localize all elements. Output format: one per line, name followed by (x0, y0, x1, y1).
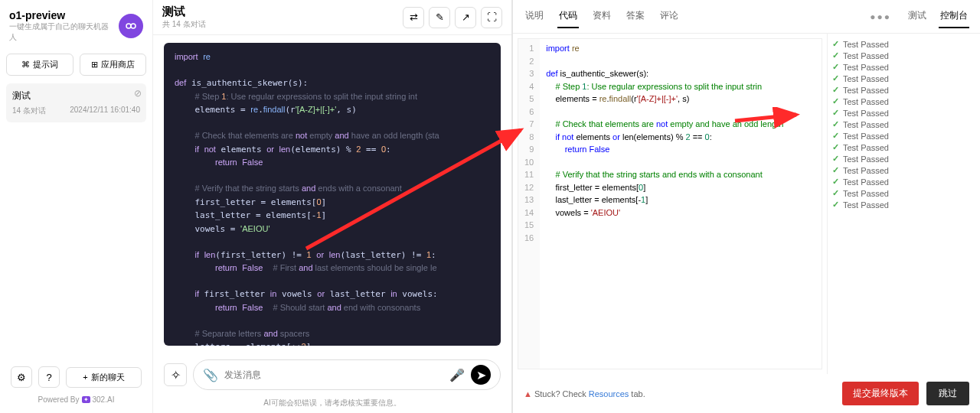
wand-icon: ✧ (171, 368, 181, 382)
submit-button[interactable]: 提交最终版本 (842, 382, 919, 405)
check-icon: ✓ (832, 39, 839, 49)
pencil-icon: ✎ (436, 11, 444, 23)
send-icon: ➤ (476, 368, 486, 382)
skip-button[interactable]: 跳过 (926, 382, 969, 405)
brand-subtitle: 一键生成属于自己的聊天机器人 (9, 21, 113, 43)
settings-button[interactable]: ⚙ (11, 366, 32, 388)
app-store-button[interactable]: ⊞应用商店 (80, 54, 147, 76)
check-icon: ✓ (832, 108, 839, 118)
svg-point-0 (126, 24, 131, 28)
chat-item-time: 2024/12/11 16:01:40 (70, 106, 140, 116)
output-tabs: 测试控制台 (906, 5, 969, 28)
check-icon: ✓ (832, 165, 839, 175)
test-result-row: ✓Test Passed (832, 187, 975, 199)
gear-icon: ⚙ (17, 372, 26, 383)
close-icon[interactable]: ⊘ (134, 88, 142, 99)
check-icon: ✓ (832, 200, 839, 210)
main-tabs: 说明代码资料答案评论 (524, 5, 680, 28)
check-icon: ✓ (832, 177, 839, 187)
tab-说明[interactable]: 说明 (524, 5, 545, 28)
check-icon: ✓ (832, 142, 839, 152)
test-result-row: ✓Test Passed (832, 50, 975, 61)
disclaimer-text: AI可能会犯错误，请考虑核实重要信息。 (153, 396, 511, 413)
prompt-icon: ⌘ (21, 60, 30, 70)
brand-logo-icon (119, 14, 143, 38)
check-icon: ✓ (832, 96, 839, 106)
test-result-row: ✓Test Passed (832, 84, 975, 96)
sidebar: o1-preview 一键生成属于自己的聊天机器人 ⌘提示词 ⊞应用商店 ⊘ 测… (0, 0, 153, 413)
svg-point-1 (131, 24, 136, 28)
check-icon: ✓ (832, 119, 839, 129)
brand: o1-preview 一键生成属于自己的聊天机器人 (6, 6, 146, 46)
test-result-row: ✓Test Passed (832, 73, 975, 84)
test-result-row: ✓Test Passed (832, 38, 975, 50)
check-icon: ✓ (832, 154, 839, 164)
check-icon: ✓ (832, 85, 839, 95)
test-result-row: ✓Test Passed (832, 119, 975, 130)
message-input[interactable] (224, 369, 443, 380)
code-panel: 说明代码资料答案评论 ●●● 测试控制台 1234567891011121314… (513, 0, 980, 413)
check-icon: ✓ (832, 62, 839, 72)
test-results: ✓Test Passed✓Test Passed✓Test Passed✓Tes… (827, 34, 980, 374)
tab-测试[interactable]: 测试 (906, 5, 928, 28)
share-button[interactable]: ↗ (455, 7, 476, 28)
prompt-button[interactable]: ⌘提示词 (6, 54, 74, 76)
more-button[interactable]: ●●● (870, 11, 891, 22)
test-result-row: ✓Test Passed (832, 199, 975, 210)
line-gutter: 12345678910111213141516 (518, 39, 540, 369)
test-result-row: ✓Test Passed (832, 141, 975, 153)
resources-link[interactable]: Resources (589, 389, 629, 398)
test-result-row: ✓Test Passed (832, 107, 975, 119)
test-result-row: ✓Test Passed (832, 61, 975, 73)
brand-title: o1-preview (9, 9, 113, 21)
tab-评论[interactable]: 评论 (658, 5, 680, 28)
check-icon: ✓ (832, 131, 839, 141)
warning-icon: ▲ (524, 389, 532, 398)
ai-code-response: import re def is_authentic_skewer(s): # … (164, 43, 501, 346)
tab-控制台[interactable]: 控制台 (939, 5, 969, 28)
chat-panel: 测试 共 14 条对话 ⇄ ✎ ↗ ⛶ import re def is_aut… (153, 0, 513, 413)
editor-content[interactable]: import re def is_authentic_skewer(s): # … (540, 39, 822, 369)
help-icon: ? (46, 372, 51, 383)
test-result-row: ✓Test Passed (832, 130, 975, 141)
new-chat-button[interactable]: +新的聊天 (66, 367, 142, 388)
edit-button[interactable]: ✎ (429, 7, 450, 28)
message-input-container: 📎 🎤 ➤ (193, 359, 501, 390)
grid-icon: ⊞ (91, 60, 98, 70)
powered-by: Powered By ✦ 302.AI (6, 392, 146, 407)
test-result-row: ✓Test Passed (832, 153, 975, 164)
tab-代码[interactable]: 代码 (557, 5, 579, 28)
swap-icon: ⇄ (410, 11, 418, 23)
swap-button[interactable]: ⇄ (403, 7, 424, 28)
chat-item-title: 测试 (12, 89, 140, 102)
check-icon: ✓ (832, 73, 839, 83)
mic-icon[interactable]: 🎤 (449, 368, 465, 382)
check-icon: ✓ (832, 50, 839, 60)
test-result-row: ✓Test Passed (832, 96, 975, 107)
expand-icon: ⛶ (487, 11, 497, 23)
stuck-hint: ▲ Stuck? Check Resources tab. (524, 389, 645, 398)
page-title: 测试 (162, 5, 206, 19)
brand-badge-icon: ✦ (82, 396, 90, 403)
tab-答案[interactable]: 答案 (625, 5, 646, 28)
test-result-row: ✓Test Passed (832, 176, 975, 187)
chat-item-count: 14 条对话 (12, 106, 46, 116)
test-result-row: ✓Test Passed (832, 164, 975, 176)
share-icon: ↗ (462, 11, 470, 23)
plus-icon: + (83, 372, 87, 382)
help-button[interactable]: ? (38, 366, 60, 388)
tools-button[interactable]: ✧ (164, 363, 187, 386)
code-editor[interactable]: 12345678910111213141516 import re def is… (518, 38, 822, 369)
chat-list-item[interactable]: ⊘ 测试 14 条对话 2024/12/11 16:01:40 (6, 83, 146, 122)
page-subtitle: 共 14 条对话 (162, 19, 206, 30)
send-button[interactable]: ➤ (467, 361, 495, 389)
attachment-icon[interactable]: 📎 (203, 368, 218, 382)
tab-资料[interactable]: 资料 (591, 5, 612, 28)
expand-button[interactable]: ⛶ (481, 7, 502, 28)
check-icon: ✓ (832, 188, 839, 198)
